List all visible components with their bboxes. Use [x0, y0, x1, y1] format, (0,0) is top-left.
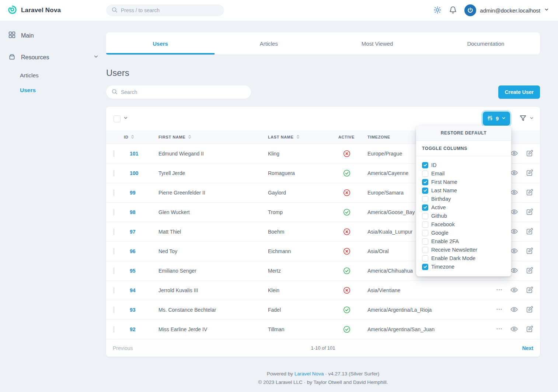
- sidebar-item-users[interactable]: Users: [20, 87, 99, 94]
- checkbox[interactable]: [422, 221, 428, 228]
- row-checkbox[interactable]: [114, 150, 114, 157]
- row-checkbox[interactable]: [114, 248, 114, 255]
- global-search-input[interactable]: [121, 7, 219, 13]
- row-actions-button[interactable]: [496, 325, 503, 333]
- chevron-down-icon[interactable]: [123, 115, 128, 122]
- tab-articles[interactable]: Articles: [215, 32, 323, 55]
- row-actions-button[interactable]: [496, 306, 503, 314]
- chevron-down-icon[interactable]: [93, 54, 99, 61]
- row-checkbox[interactable]: [114, 170, 114, 176]
- view-button[interactable]: [510, 305, 518, 315]
- column-toggle-item[interactable]: Last Name: [422, 187, 505, 194]
- sort-arrows-icon[interactable]: [296, 134, 300, 140]
- row-id-link[interactable]: 92: [130, 326, 136, 332]
- tab-documentation[interactable]: Documentation: [432, 32, 540, 55]
- edit-button[interactable]: [526, 188, 534, 197]
- row-id-link[interactable]: 96: [130, 248, 136, 254]
- row-id-link[interactable]: 98: [130, 209, 136, 215]
- row-checkbox[interactable]: [114, 228, 114, 235]
- column-header[interactable]: ID: [124, 134, 158, 140]
- view-button[interactable]: [510, 188, 518, 197]
- laravel-nova-link[interactable]: Laravel Nova: [294, 371, 324, 377]
- row-id-link[interactable]: 99: [130, 190, 136, 196]
- global-search[interactable]: [106, 4, 224, 16]
- column-toggle-item[interactable]: Receive Newsletter: [422, 246, 505, 253]
- view-button[interactable]: [510, 266, 518, 276]
- sidebar-item-main[interactable]: Main: [8, 31, 99, 40]
- column-toggle-item[interactable]: Birthday: [422, 195, 505, 203]
- checkbox[interactable]: [422, 247, 428, 253]
- column-toggle-item[interactable]: First Name: [422, 178, 505, 186]
- row-checkbox[interactable]: [114, 189, 114, 196]
- edit-button[interactable]: [526, 149, 534, 158]
- checkbox[interactable]: [422, 196, 428, 202]
- edit-button[interactable]: [526, 247, 534, 256]
- select-all-checkbox[interactable]: [114, 115, 121, 122]
- column-header[interactable]: LAST NAME: [268, 134, 338, 140]
- column-header[interactable]: FIRST NAME: [158, 134, 268, 140]
- checkbox[interactable]: [422, 230, 428, 236]
- row-id-link[interactable]: 101: [130, 151, 138, 157]
- edit-button[interactable]: [526, 208, 534, 217]
- checkbox[interactable]: [422, 264, 428, 270]
- column-toggle-item[interactable]: ID: [422, 161, 505, 169]
- column-toggle-item[interactable]: Github: [422, 212, 505, 220]
- column-toggle-item[interactable]: Enable Dark Mode: [422, 255, 505, 262]
- checkbox[interactable]: [422, 238, 428, 245]
- brand[interactable]: Laravel Nova: [7, 5, 106, 16]
- create-user-button[interactable]: Create User: [498, 85, 540, 99]
- edit-button[interactable]: [526, 266, 534, 276]
- row-id-link[interactable]: 94: [130, 287, 136, 293]
- view-button[interactable]: [510, 247, 518, 256]
- filter-button[interactable]: [519, 114, 534, 123]
- resource-search-input[interactable]: [121, 89, 246, 95]
- column-toggle-item[interactable]: Timezone: [422, 263, 505, 270]
- row-id-link[interactable]: 100: [130, 170, 138, 176]
- theme-toggle-button[interactable]: [433, 6, 442, 15]
- edit-button[interactable]: [526, 325, 534, 334]
- edit-button[interactable]: [526, 286, 534, 295]
- notifications-button[interactable]: [449, 6, 457, 15]
- tab-most-viewed[interactable]: Most Viewed: [323, 32, 432, 55]
- column-toggle-item[interactable]: Facebook: [422, 221, 505, 228]
- view-button[interactable]: [510, 169, 518, 178]
- toggle-columns-button[interactable]: 9: [483, 112, 510, 126]
- view-button[interactable]: [510, 325, 518, 334]
- checkbox[interactable]: [422, 171, 428, 177]
- row-id-link[interactable]: 93: [130, 307, 136, 313]
- sort-arrows-icon[interactable]: [187, 134, 192, 140]
- checkbox[interactable]: [422, 188, 428, 194]
- edit-button[interactable]: [526, 169, 534, 178]
- row-checkbox[interactable]: [114, 287, 114, 294]
- row-checkbox[interactable]: [114, 209, 114, 216]
- restore-default-button[interactable]: RESTORE DEFAULT: [416, 126, 511, 141]
- column-toggle-item[interactable]: Google: [422, 229, 505, 237]
- checkbox[interactable]: [422, 213, 428, 219]
- edit-button[interactable]: [526, 305, 534, 315]
- checkbox[interactable]: [422, 179, 428, 185]
- view-button[interactable]: [510, 227, 518, 237]
- tab-users[interactable]: Users: [106, 32, 215, 55]
- row-checkbox[interactable]: [114, 267, 114, 274]
- row-checkbox[interactable]: [114, 326, 114, 333]
- checkbox[interactable]: [422, 204, 428, 211]
- checkbox[interactable]: [422, 255, 428, 262]
- edit-button[interactable]: [526, 227, 534, 237]
- row-actions-button[interactable]: [496, 286, 503, 294]
- column-toggle-item[interactable]: Enable 2FA: [422, 238, 505, 245]
- view-button[interactable]: [510, 208, 518, 217]
- sidebar-item-resources[interactable]: Resources: [8, 53, 99, 62]
- column-header[interactable]: ACTIVE: [338, 135, 367, 139]
- row-checkbox[interactable]: [114, 307, 114, 313]
- row-id-link[interactable]: 97: [130, 229, 136, 235]
- checkbox[interactable]: [422, 162, 428, 168]
- row-id-link[interactable]: 95: [130, 268, 136, 274]
- view-button[interactable]: [510, 286, 518, 295]
- resource-search[interactable]: [106, 85, 251, 99]
- view-button[interactable]: [510, 149, 518, 158]
- sidebar-item-articles[interactable]: Articles: [20, 72, 99, 79]
- column-toggle-item[interactable]: Active: [422, 204, 505, 211]
- user-menu[interactable]: admin@docker.localhost: [464, 4, 549, 16]
- column-toggle-item[interactable]: Email: [422, 170, 505, 177]
- sort-arrows-icon[interactable]: [130, 134, 135, 140]
